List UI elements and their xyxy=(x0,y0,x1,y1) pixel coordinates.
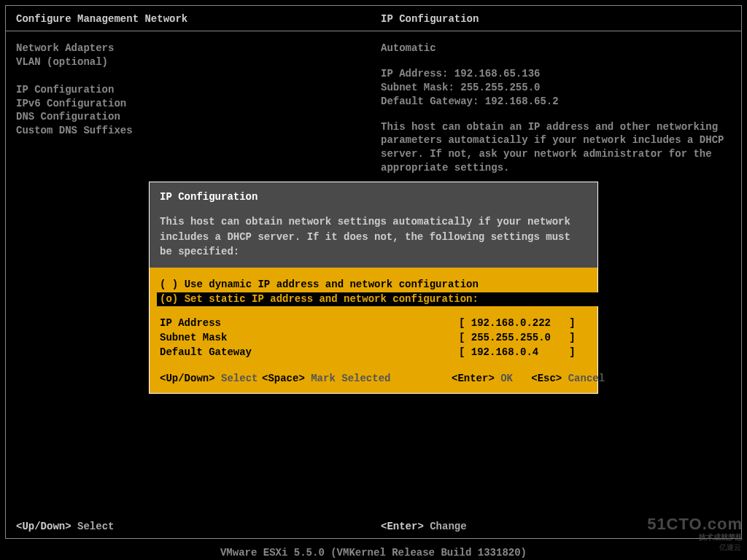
ip-configuration-dialog: IP Configuration This host can obtain ne… xyxy=(149,182,598,394)
watermark-yisu: 亿速云 xyxy=(719,542,741,553)
footer-enter-action: Change xyxy=(430,521,466,532)
footer-enter-key: <Enter> xyxy=(381,521,424,532)
body-row: Network Adapters VLAN (optional) IP Conf… xyxy=(6,31,741,185)
dialog-title: IP Configuration xyxy=(160,190,587,204)
menu-item-ipv6-configuration[interactable]: IPv6 Configuration xyxy=(16,97,381,111)
bottom-status-bar: VMware ESXi 5.5.0 (VMKernel Release Buil… xyxy=(0,545,747,560)
dialog-hint-space: <Space> Mark Selected xyxy=(262,373,452,384)
menu-item-ip-configuration[interactable]: IP Configuration xyxy=(16,83,381,97)
menu-item-dns-configuration[interactable]: DNS Configuration xyxy=(16,110,381,124)
field-mask-label: Subnet Mask xyxy=(160,331,459,346)
field-gw-label: Default Gateway xyxy=(160,346,459,360)
dialog-body: ( ) Use dynamic IP address and network c… xyxy=(150,268,597,393)
radio-dynamic-ip[interactable]: ( ) Use dynamic IP address and network c… xyxy=(160,278,587,292)
watermark-line1: 51CTO.com xyxy=(647,516,743,533)
header-right-title: IP Configuration xyxy=(381,13,731,25)
footer-updown-key: <Up/Down> xyxy=(16,521,71,532)
menu-item-vlan[interactable]: VLAN (optional) xyxy=(16,55,381,69)
menu-item-network-adapters[interactable]: Network Adapters xyxy=(16,42,381,55)
info-help-text: This host can obtain an IP address and o… xyxy=(381,120,731,176)
field-ip-value[interactable]: [ 192.168.0.222 ] xyxy=(459,316,587,331)
watermark-51cto: 51CTO.com 技术成就梦想 xyxy=(647,516,743,541)
info-ip: IP Address: 192.168.65.136 xyxy=(381,67,731,81)
menu-item-custom-dns-suffixes[interactable]: Custom DNS Suffixes xyxy=(16,124,381,138)
menu-column[interactable]: Network Adapters VLAN (optional) IP Conf… xyxy=(16,42,381,175)
footer-hint-left: <Up/Down> Select xyxy=(16,521,381,532)
menu-spacer xyxy=(16,69,381,83)
info-spacer-1 xyxy=(381,55,731,67)
info-mode: Automatic xyxy=(381,42,731,55)
footer-updown-action: Select xyxy=(77,521,114,532)
dialog-hints: <Up/Down> Select <Space> Mark Selected <… xyxy=(160,373,587,384)
field-subnet-mask[interactable]: Subnet Mask [ 255.255.255.0 ] xyxy=(160,331,587,346)
info-spacer-2 xyxy=(381,109,731,120)
dialog-spacer-1 xyxy=(160,306,587,316)
field-ip-label: IP Address xyxy=(160,316,459,331)
info-column: Automatic IP Address: 192.168.65.136 Sub… xyxy=(381,42,731,175)
field-default-gateway[interactable]: Default Gateway [ 192.168.0.4 ] xyxy=(160,346,587,360)
field-gw-value[interactable]: [ 192.168.0.4 ] xyxy=(459,346,587,360)
field-ip-address[interactable]: IP Address [ 192.168.0.222 ] xyxy=(160,316,587,331)
dialog-hint-updown: <Up/Down> Select xyxy=(160,373,262,384)
radio-static-ip[interactable]: (o) Set static IP address and network co… xyxy=(157,292,609,307)
dialog-header: IP Configuration This host can obtain ne… xyxy=(150,182,597,268)
footer-hints: <Up/Down> Select <Enter> Change xyxy=(16,521,731,532)
info-mask: Subnet Mask: 255.255.255.0 xyxy=(381,81,731,95)
dialog-hint-enter-esc: <Enter> OK <Esc> Cancel xyxy=(452,373,605,384)
watermark-line2: 技术成就梦想 xyxy=(647,533,743,541)
info-gw: Default Gateway: 192.168.65.2 xyxy=(381,95,731,109)
field-mask-value[interactable]: [ 255.255.255.0 ] xyxy=(459,331,587,346)
header-row: Configure Management Network IP Configur… xyxy=(6,6,741,31)
header-left-title: Configure Management Network xyxy=(16,13,381,25)
dialog-description: This host can obtain network settings au… xyxy=(160,214,587,259)
